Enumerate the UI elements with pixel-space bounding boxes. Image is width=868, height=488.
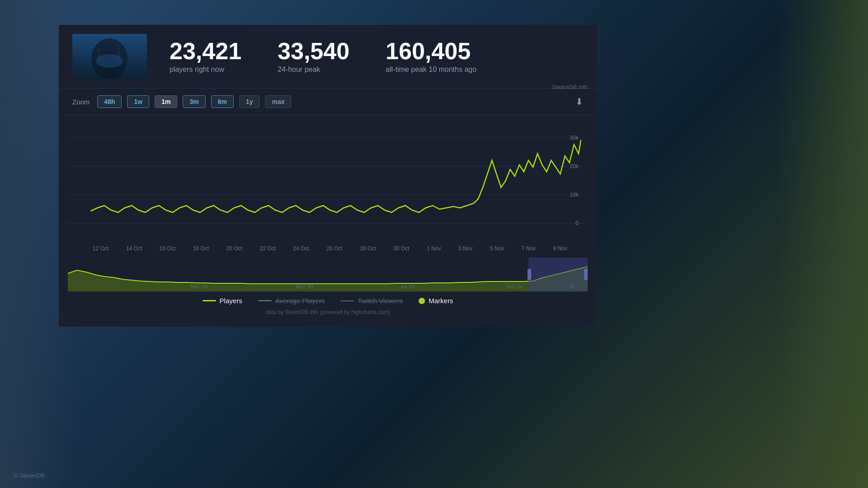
steamdb-credit: SteamDB.info bbox=[552, 84, 588, 90]
x-label-6: 24 Oct bbox=[293, 245, 309, 252]
header: ENSHROUDED 23,421 players right now 33,5… bbox=[59, 25, 597, 89]
x-label-13: 7 Nov bbox=[522, 245, 536, 252]
chart-line-spikes bbox=[474, 140, 581, 203]
stat-peak-24h: 33,540 24-hour peak bbox=[278, 39, 349, 74]
players-line-icon bbox=[203, 300, 216, 301]
chart-container: 30k 20k 10k 0 12 Oct 14 Oct 16 Oct 18 Oc… bbox=[59, 115, 597, 291]
mini-chart-handle-left bbox=[528, 269, 531, 280]
main-chart: 30k 20k 10k 0 bbox=[68, 115, 588, 242]
svg-text:0: 0 bbox=[576, 220, 579, 226]
svg-text:10k: 10k bbox=[570, 192, 579, 198]
x-label-11: 3 Nov bbox=[458, 245, 472, 252]
markers-dot-icon bbox=[419, 298, 425, 304]
legend-players: Players bbox=[203, 297, 242, 305]
x-label-2: 16 Oct bbox=[160, 245, 175, 252]
players-now-label: players right now bbox=[170, 66, 224, 74]
svg-text:20k: 20k bbox=[570, 163, 579, 169]
copyright: © SteamDB bbox=[14, 472, 45, 479]
all-time-peak-label: all-time peak 10 months ago bbox=[386, 66, 476, 74]
legend-players-label: Players bbox=[220, 297, 242, 305]
x-axis-main: 12 Oct 14 Oct 16 Oct 18 Oct 20 Oct 22 Oc… bbox=[68, 242, 588, 255]
zoom-1y[interactable]: 1y bbox=[239, 95, 260, 108]
x-label-14: 9 Nov bbox=[553, 245, 567, 252]
game-thumbnail: ENSHROUDED bbox=[72, 34, 147, 79]
x-label-12: 5 Nov bbox=[490, 245, 504, 252]
zoom-bar: Zoom 48h 1w 1m 3m 6m 1y max ⬇ bbox=[59, 89, 597, 115]
download-icon[interactable]: ⬇ bbox=[576, 96, 583, 107]
all-time-peak-number: 160,405 bbox=[386, 39, 471, 63]
svg-text:30k: 30k bbox=[570, 135, 579, 141]
x-label-9: 30 Oct bbox=[393, 245, 409, 252]
svg-text:Sep '24: Sep '24 bbox=[505, 284, 522, 289]
svg-text:May '24: May '24 bbox=[296, 284, 313, 289]
x-label-8: 28 Oct bbox=[360, 245, 376, 252]
avg-players-line-icon bbox=[258, 300, 272, 301]
stat-group: 23,421 players right now 33,540 24-hour … bbox=[170, 39, 583, 74]
peak-24h-label: 24-hour peak bbox=[278, 66, 320, 74]
mini-chart: Mar '24 May '24 Jul '24 Sep '24 N... bbox=[68, 258, 588, 291]
zoom-48h[interactable]: 48h bbox=[97, 95, 122, 108]
legend-twitch-label: Twitch Viewers bbox=[358, 297, 403, 305]
x-label-4: 20 Oct bbox=[226, 245, 242, 252]
mini-chart-handle-right bbox=[584, 269, 588, 280]
mini-chart-selection bbox=[528, 258, 588, 291]
zoom-1w[interactable]: 1w bbox=[127, 95, 149, 108]
legend: Players Average Players Twitch Viewers M… bbox=[59, 291, 597, 307]
x-label-0: 12 Oct bbox=[93, 245, 108, 252]
legend-twitch: Twitch Viewers bbox=[340, 297, 403, 305]
zoom-3m[interactable]: 3m bbox=[183, 95, 205, 108]
x-label-1: 14 Oct bbox=[126, 245, 142, 252]
svg-text:Mar '24: Mar '24 bbox=[191, 284, 208, 289]
stat-players-now: 23,421 players right now bbox=[170, 39, 241, 74]
svg-text:Jul '24: Jul '24 bbox=[401, 284, 415, 289]
svg-text:N...: N... bbox=[570, 284, 577, 289]
chart-line-flat bbox=[90, 203, 473, 212]
legend-avg-players-label: Average Players bbox=[275, 297, 325, 305]
zoom-6m[interactable]: 6m bbox=[211, 95, 234, 108]
x-label-10: 1 Nov bbox=[427, 245, 441, 252]
zoom-label: Zoom bbox=[72, 98, 90, 106]
legend-markers: Markers bbox=[419, 297, 453, 305]
main-panel: ENSHROUDED 23,421 players right now 33,5… bbox=[59, 25, 597, 327]
x-label-3: 18 Oct bbox=[193, 245, 209, 252]
data-credit: data by SteamDB.info (powered by highcha… bbox=[59, 307, 597, 318]
legend-avg-players: Average Players bbox=[258, 297, 325, 305]
zoom-1m[interactable]: 1m bbox=[155, 95, 177, 108]
players-now-number: 23,421 bbox=[170, 39, 241, 63]
stat-all-time-peak: 160,405 all-time peak 10 months ago bbox=[386, 39, 476, 74]
legend-markers-label: Markers bbox=[429, 297, 453, 305]
peak-24h-number: 33,540 bbox=[278, 39, 349, 63]
zoom-max[interactable]: max bbox=[265, 95, 291, 108]
svg-point-4 bbox=[96, 54, 123, 68]
x-label-5: 22 Oct bbox=[259, 245, 275, 252]
twitch-line-icon bbox=[340, 300, 354, 301]
x-label-7: 26 Oct bbox=[326, 245, 342, 252]
